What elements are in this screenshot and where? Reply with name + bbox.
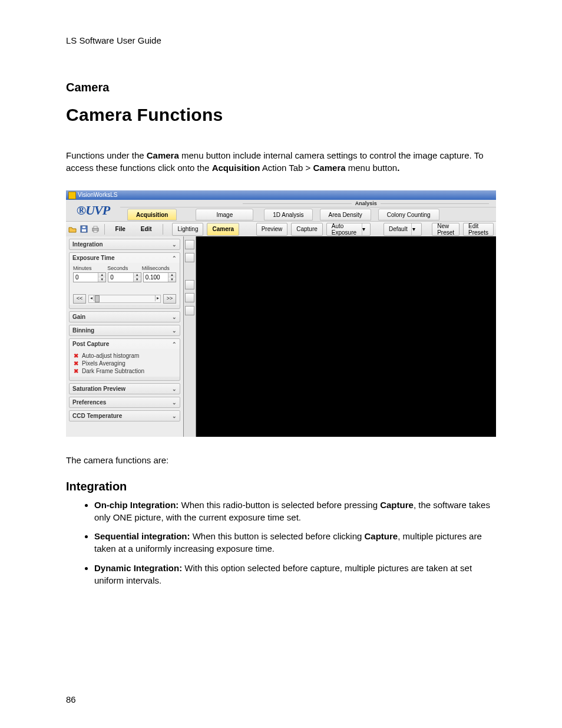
camera-sidebar: Integration⌄ Exposure Time⌃ Minutes Seco…: [66, 236, 184, 437]
capture-button[interactable]: Capture: [291, 223, 323, 236]
save-icon[interactable]: [80, 224, 88, 235]
tab-acquisition[interactable]: Acquisition: [127, 209, 177, 220]
milliseconds-spinner[interactable]: ▲▼: [143, 272, 176, 282]
side-tool-icon[interactable]: [185, 280, 194, 289]
separator: [104, 224, 105, 235]
edit-presets-button[interactable]: Edit Presets: [463, 223, 494, 236]
side-tool-icon[interactable]: [185, 253, 194, 262]
up-arrow-icon[interactable]: ▲: [134, 273, 141, 278]
intro-paragraph: Functions under the Camera menu button i…: [66, 150, 496, 174]
post-capture-body: ✖Auto-adjust histogram ✖Pixels Averaging…: [70, 349, 180, 377]
panel-integration[interactable]: Integration⌄: [69, 239, 180, 250]
label-seconds: Seconds: [107, 265, 141, 271]
x-icon: ✖: [73, 368, 79, 374]
svg-rect-4: [94, 226, 97, 228]
logo-text: ®UVP: [77, 203, 110, 218]
print-icon[interactable]: [91, 224, 100, 235]
tab-colony-counting[interactable]: Colony Counting: [378, 209, 439, 220]
ribbon-row: ®UVP Analysis Acquisition Image 1D Analy…: [66, 200, 496, 222]
chevron-down-icon: ⌄: [172, 413, 177, 419]
chevron-down-icon: ⌄: [172, 386, 177, 392]
svg-rect-2: [82, 226, 85, 228]
panel-exposure-time[interactable]: Exposure Time⌃ Minutes Seconds Milisecon…: [69, 252, 180, 309]
tab-area-density[interactable]: Area Density: [320, 209, 371, 220]
tab-1d-analysis[interactable]: 1D Analysis: [264, 209, 312, 220]
minutes-spinner[interactable]: ▲▼: [73, 272, 106, 282]
side-tool-icon[interactable]: [185, 293, 194, 302]
pc-label: Auto-adjust histogram: [82, 353, 139, 359]
list-item: Dynamic Integration: With this option se…: [94, 562, 496, 587]
minutes-input[interactable]: [74, 273, 98, 282]
open-icon[interactable]: [68, 224, 77, 235]
auto-exposure-button[interactable]: Auto Exposure▾: [326, 223, 371, 236]
x-icon: ✖: [73, 353, 79, 359]
svg-rect-5: [94, 230, 97, 232]
slider-thumb[interactable]: [95, 295, 100, 302]
preview-button[interactable]: Preview: [256, 223, 288, 236]
default-button[interactable]: Default▾: [384, 223, 422, 236]
chevron-down-icon[interactable]: ▾: [362, 223, 365, 235]
function-list: On-chip Integration: When this radio-but…: [66, 499, 496, 587]
chevron-up-icon: ⌃: [172, 341, 177, 347]
panel-saturation-preview[interactable]: Saturation Preview⌄: [69, 383, 180, 394]
intro-bold: Camera: [147, 150, 179, 160]
logo: ®UVP: [66, 200, 120, 221]
intro-text: Functions under the: [66, 150, 147, 160]
post-capture-item[interactable]: ✖Auto-adjust histogram: [73, 353, 176, 359]
document-header: LS Software User Guide: [66, 35, 496, 45]
exposure-body: Minutes Seconds Miliseconds ▲▼ ▲▼ ▲▼ <<: [70, 263, 180, 305]
tab-image[interactable]: Image: [196, 209, 253, 220]
chevron-down-icon: ⌄: [172, 328, 177, 334]
seconds-spinner[interactable]: ▲▼: [108, 272, 141, 282]
separator: [163, 224, 163, 235]
down-arrow-icon[interactable]: ▼: [134, 278, 141, 282]
milliseconds-input[interactable]: [144, 273, 168, 282]
chevron-down-icon: ⌄: [172, 242, 177, 248]
side-icon-column: [184, 236, 196, 437]
exposure-slider-row: << ◂ ▸ >>: [73, 294, 176, 304]
camera-button[interactable]: Camera: [207, 223, 239, 236]
svg-rect-1: [82, 229, 86, 232]
chevron-up-icon: ⌃: [172, 255, 177, 261]
x-icon: ✖: [73, 360, 79, 367]
app-icon: [68, 192, 76, 199]
edit-menu[interactable]: Edit: [135, 223, 158, 235]
prev-fast-button[interactable]: <<: [73, 294, 86, 304]
intro-bold: Camera: [313, 163, 346, 173]
next-fast-button[interactable]: >>: [163, 294, 176, 304]
app-body: Integration⌄ Exposure Time⌃ Minutes Seco…: [66, 236, 496, 437]
panel-post-capture[interactable]: Post Capture⌃ ✖Auto-adjust histogram ✖Pi…: [69, 338, 180, 381]
panel-gain[interactable]: Gain⌄: [69, 311, 180, 322]
seconds-input[interactable]: [108, 273, 133, 282]
side-tool-icon[interactable]: [185, 240, 194, 249]
image-canvas: [196, 236, 496, 437]
intro-bold: Acquisition: [212, 163, 260, 173]
chevron-down-icon: ⌄: [172, 314, 177, 320]
section-heading: Camera: [66, 81, 496, 94]
exposure-slider[interactable]: ◂ ▸: [88, 295, 161, 303]
up-arrow-icon[interactable]: ▲: [98, 273, 105, 278]
intro-text: menu button: [346, 163, 398, 173]
main-tabs: Acquisition Image 1D Analysis Area Densi…: [120, 207, 496, 220]
app-window: VisionWorksLS ®UVP Analysis Acquisition …: [66, 190, 496, 437]
lighting-button[interactable]: Lighting: [172, 223, 203, 236]
exposure-labels: Minutes Seconds Miliseconds: [73, 265, 176, 271]
list-item: On-chip Integration: When this radio-but…: [94, 499, 496, 523]
side-tool-icon[interactable]: [185, 306, 194, 315]
app-title: VisionWorksLS: [78, 190, 117, 200]
intro-text: Action Tab >: [260, 163, 313, 173]
up-arrow-icon[interactable]: ▲: [168, 273, 176, 278]
panel-binning[interactable]: Binning⌄: [69, 325, 180, 336]
chevron-down-icon[interactable]: ▾: [411, 223, 416, 235]
post-capture-item[interactable]: ✖Pixels Averaging: [73, 360, 176, 367]
panel-preferences[interactable]: Preferences⌄: [69, 397, 180, 408]
new-preset-button[interactable]: New Preset: [432, 223, 459, 236]
panel-ccd-temperature[interactable]: CCD Temperature⌄: [69, 410, 180, 421]
down-arrow-icon[interactable]: ▼: [98, 278, 105, 282]
label-milliseconds: Miliseconds: [142, 265, 176, 271]
pc-label: Dark Frame Subtraction: [82, 368, 144, 374]
post-capture-item[interactable]: ✖Dark Frame Subtraction: [73, 368, 176, 374]
down-arrow-icon[interactable]: ▼: [168, 278, 176, 282]
pc-label: Pixels Averaging: [82, 360, 125, 367]
file-menu[interactable]: File: [110, 223, 131, 235]
